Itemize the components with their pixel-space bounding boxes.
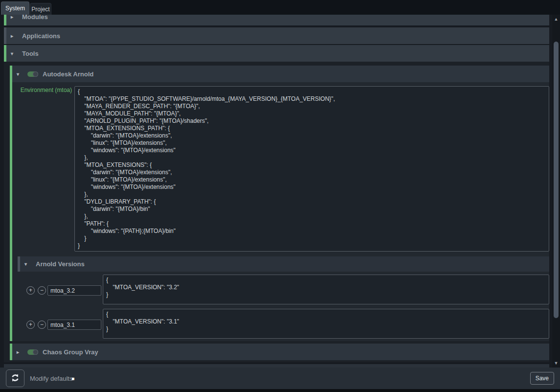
vray-title: Chaos Group Vray: [43, 348, 98, 356]
version-name-input[interactable]: [47, 320, 101, 330]
section-applications-label: Applications: [22, 32, 60, 40]
modify-defaults-label: Modify defaults: [30, 368, 72, 389]
chevron-right-icon: ▸: [11, 15, 18, 20]
remove-version-button[interactable]: −: [38, 321, 46, 329]
next-section-partial: [4, 364, 549, 368]
version-env-editor[interactable]: { "MTOA_VERSION": "3.1" }: [103, 309, 549, 339]
section-tools[interactable]: ▾ Tools: [4, 45, 549, 62]
settings-window: System Project ▸ Modules ▸ Applications …: [0, 0, 560, 392]
chevron-down-icon: ▾: [11, 51, 18, 56]
panel-autodesk-arnold: ▾ Autodesk Arnold Environment (mtoa) { "…: [10, 66, 549, 341]
scrollbar-thumb[interactable]: [554, 42, 559, 318]
modified-marker-icon: ■: [71, 368, 74, 389]
section-modules-label: Modules: [22, 15, 48, 21]
tab-system[interactable]: System: [1, 1, 29, 15]
environment-mtoa-label: Environment (mtoa): [12, 87, 72, 93]
add-version-button[interactable]: +: [26, 286, 35, 295]
arnold-enabled-toggle[interactable]: [27, 71, 38, 77]
remove-version-button[interactable]: −: [38, 286, 46, 295]
save-button[interactable]: Save: [530, 372, 554, 385]
chevron-right-icon: ▸: [17, 349, 23, 355]
section-tools-label: Tools: [22, 50, 39, 57]
panel-arnold-versions-header[interactable]: ▾ Arnold Versions: [18, 256, 549, 272]
settings-scroll-area: ▸ Modules ▸ Applications ▾ Tools ▾ Autod…: [0, 15, 560, 368]
footer-bar: Modify defaults ■ Save: [0, 368, 560, 389]
arnold-title: Autodesk Arnold: [43, 70, 93, 78]
section-applications[interactable]: ▸ Applications: [4, 27, 549, 44]
environment-mtoa-editor[interactable]: { "MTOA": "{PYPE_STUDIO_SOFTWARE}/arnold…: [74, 86, 549, 252]
vray-enabled-toggle[interactable]: [27, 349, 38, 355]
vertical-scrollbar[interactable]: ▲ ▼: [552, 15, 560, 368]
section-modules[interactable]: ▸ Modules: [4, 15, 549, 25]
tab-bar: System Project: [0, 0, 560, 15]
refresh-icon: [10, 373, 20, 384]
add-version-button[interactable]: +: [26, 321, 35, 329]
panel-autodesk-arnold-header[interactable]: ▾ Autodesk Arnold: [12, 66, 549, 82]
version-env-editor[interactable]: { "MTOA_VERSION": "3.2" }: [103, 275, 549, 304]
chevron-down-icon: ▾: [17, 71, 23, 77]
tab-project[interactable]: Project: [30, 3, 51, 15]
arnold-versions-title: Arnold Versions: [36, 260, 85, 268]
scroll-up-icon[interactable]: ▲: [552, 16, 560, 23]
chevron-right-icon: ▸: [11, 33, 18, 39]
scroll-down-icon[interactable]: ▼: [552, 360, 560, 367]
window-bottom-strip: [0, 389, 560, 392]
panel-chaos-group-vray[interactable]: ▸ Chaos Group Vray: [10, 344, 549, 360]
chevron-down-icon: ▾: [24, 261, 31, 267]
refresh-button[interactable]: [6, 369, 24, 387]
version-name-input[interactable]: [47, 285, 101, 296]
